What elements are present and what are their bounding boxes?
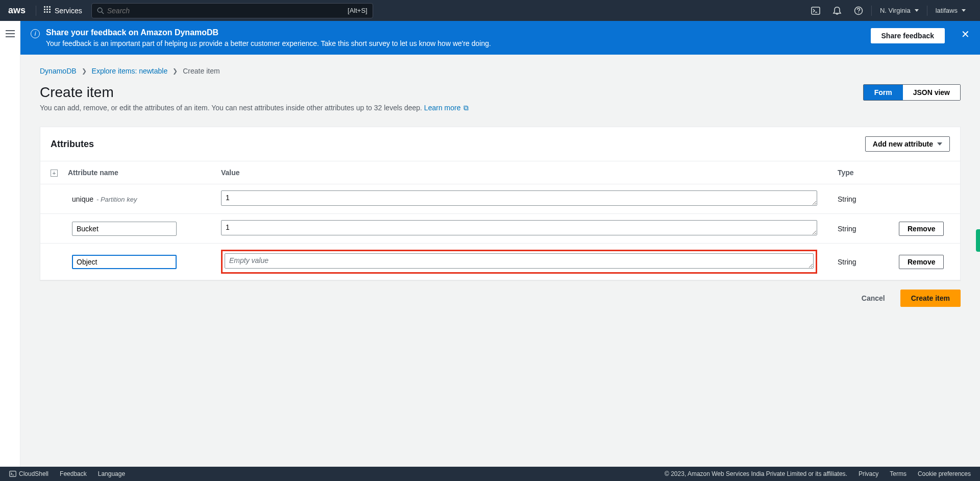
- learn-more-link[interactable]: Learn more ⧉: [424, 104, 469, 112]
- form-actions: Cancel Create item: [40, 280, 961, 316]
- svg-rect-1: [46, 6, 48, 8]
- close-icon[interactable]: ✕: [961, 28, 970, 40]
- svg-line-10: [102, 12, 104, 14]
- page-title: Create item: [40, 84, 114, 101]
- svg-rect-8: [49, 11, 51, 13]
- expand-all-icon[interactable]: +: [51, 170, 58, 177]
- attribute-type-label: String: [827, 244, 889, 280]
- attribute-name-input[interactable]: [72, 222, 177, 236]
- services-label: Services: [55, 7, 82, 15]
- breadcrumb-current: Create item: [183, 67, 219, 75]
- banner-description: Your feedback is an important part of he…: [46, 39, 865, 47]
- chevron-right-icon: ❯: [82, 67, 87, 75]
- help-icon[interactable]: [848, 6, 869, 15]
- aws-logo[interactable]: aws: [8, 5, 26, 16]
- table-row: StringRemove: [40, 214, 960, 244]
- remove-button[interactable]: Remove: [899, 255, 944, 269]
- feedback-tab[interactable]: [976, 229, 980, 252]
- column-header-name: Attribute name: [58, 161, 211, 184]
- cancel-button[interactable]: Cancel: [853, 290, 893, 307]
- hamburger-icon: [6, 30, 15, 37]
- svg-point-9: [97, 8, 102, 12]
- attribute-value-input[interactable]: [225, 253, 814, 269]
- create-item-button[interactable]: Create item: [900, 290, 961, 307]
- column-header-type: Type: [827, 161, 889, 184]
- column-header-value: Value: [211, 161, 827, 184]
- svg-rect-0: [44, 6, 45, 8]
- attribute-value-input[interactable]: [221, 190, 817, 206]
- attributes-table: + Attribute name Value Type unique - Par…: [40, 161, 960, 280]
- partition-key-label: - Partition key: [96, 196, 137, 203]
- page-description: You can add, remove, or edit the attribu…: [40, 104, 961, 112]
- chevron-down-icon: [915, 9, 919, 12]
- region-selector[interactable]: N. Virginia: [874, 7, 925, 14]
- attributes-panel: Attributes Add new attribute + Attribute…: [40, 127, 961, 280]
- cloudshell-icon[interactable]: [805, 6, 826, 15]
- search-input[interactable]: [104, 7, 348, 15]
- search-box[interactable]: [Alt+S]: [91, 3, 373, 18]
- account-label: latifaws: [936, 7, 958, 14]
- table-row: unique - Partition keyString: [40, 184, 960, 214]
- breadcrumb: DynamoDB ❯ Explore items: newtable ❯ Cre…: [40, 67, 961, 75]
- attribute-name-input[interactable]: [72, 255, 177, 269]
- svg-rect-4: [46, 9, 48, 10]
- svg-rect-3: [44, 9, 45, 10]
- svg-rect-5: [49, 9, 51, 10]
- external-link-icon: ⧉: [463, 104, 469, 112]
- svg-point-14: [858, 12, 859, 13]
- attribute-value-input[interactable]: [221, 220, 817, 235]
- chevron-right-icon: ❯: [173, 67, 178, 75]
- info-icon: i: [31, 29, 40, 38]
- top-nav: aws Services [Alt+S] N. Virginia latifaw…: [0, 0, 980, 21]
- tab-json-view[interactable]: JSON view: [903, 85, 960, 100]
- account-selector[interactable]: latifaws: [929, 7, 972, 14]
- side-nav-toggle[interactable]: [0, 21, 20, 343]
- breadcrumb-link[interactable]: Explore items: newtable: [92, 67, 168, 75]
- view-toggle: Form JSON view: [863, 84, 961, 101]
- region-label: N. Virginia: [880, 7, 911, 14]
- share-feedback-button[interactable]: Share feedback: [871, 28, 945, 43]
- feedback-banner: i Share your feedback on Amazon DynamoDB…: [20, 21, 980, 55]
- svg-rect-2: [49, 6, 51, 8]
- banner-title: Share your feedback on Amazon DynamoDB: [46, 28, 865, 37]
- notifications-icon[interactable]: [826, 6, 848, 15]
- attribute-type-label: String: [827, 214, 889, 244]
- remove-button[interactable]: Remove: [899, 222, 944, 236]
- search-shortcut: [Alt+S]: [348, 7, 368, 14]
- grid-icon: [43, 6, 52, 15]
- table-row: StringRemove: [40, 244, 960, 280]
- chevron-down-icon: [937, 142, 942, 146]
- add-attribute-button[interactable]: Add new attribute: [865, 136, 950, 152]
- attribute-type-label: String: [827, 184, 889, 214]
- search-icon: [97, 7, 104, 14]
- svg-rect-6: [44, 11, 45, 13]
- chevron-down-icon: [962, 9, 966, 12]
- services-button[interactable]: Services: [38, 6, 87, 15]
- tab-form[interactable]: Form: [864, 85, 903, 100]
- svg-rect-11: [812, 7, 820, 14]
- svg-rect-7: [46, 11, 48, 13]
- attribute-name-label: unique - Partition key: [68, 195, 137, 203]
- breadcrumb-link[interactable]: DynamoDB: [40, 67, 77, 75]
- panel-title: Attributes: [51, 139, 94, 150]
